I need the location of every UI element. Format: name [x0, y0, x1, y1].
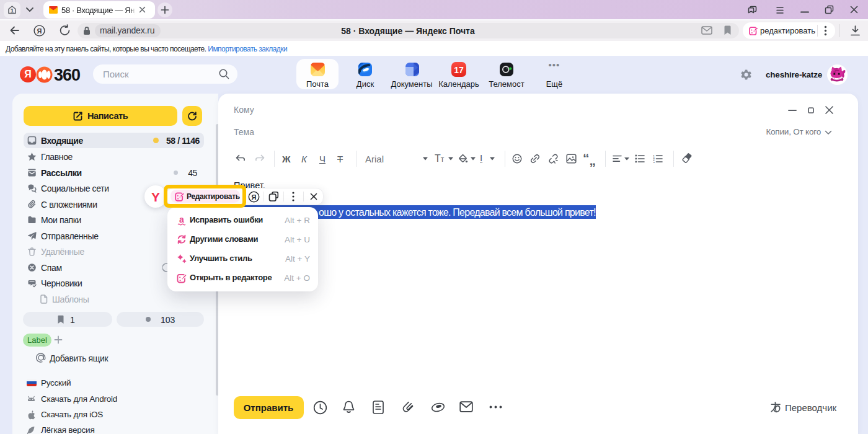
svg-text:17: 17 [454, 65, 464, 75]
svg-text:Y: Y [151, 190, 160, 204]
svg-text:а: а [179, 215, 184, 224]
svg-text:Я: Я [252, 193, 257, 201]
svg-text:1: 1 [11, 7, 14, 14]
svg-text:3: 3 [653, 161, 655, 164]
svg-text:Я: Я [37, 27, 42, 35]
